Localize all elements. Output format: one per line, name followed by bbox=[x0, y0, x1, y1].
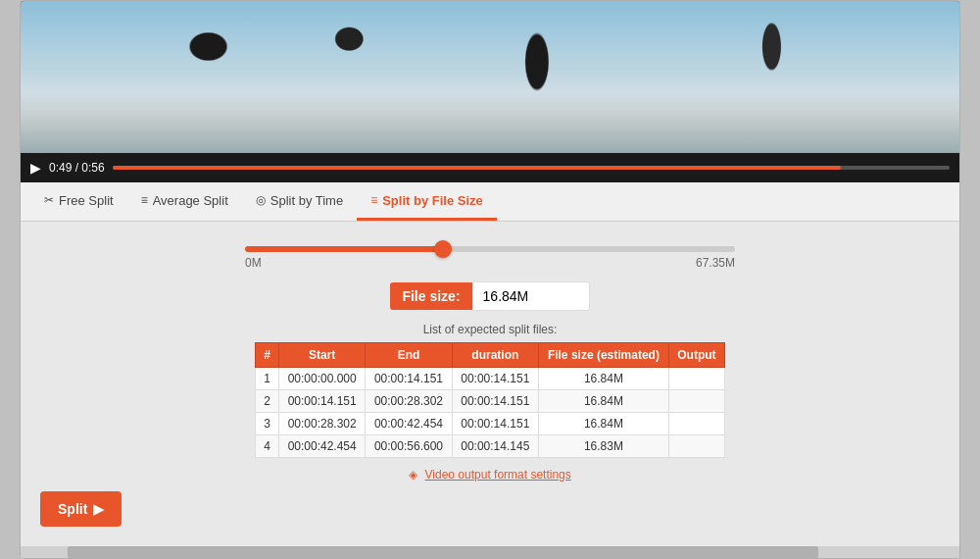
cell-num: 1 bbox=[256, 368, 279, 390]
table-row: 400:00:42.45400:00:56.60000:00:14.14516.… bbox=[256, 435, 725, 458]
slider-max-label: 67.35M bbox=[696, 256, 735, 270]
tab-free-split-label: Free Split bbox=[59, 193, 114, 208]
tab-split-by-time[interactable]: ◎ Split by Time bbox=[242, 182, 357, 221]
cell-start: 00:00:42.454 bbox=[279, 435, 366, 458]
table-row: 300:00:28.30200:00:42.45400:00:14.15116.… bbox=[256, 413, 725, 435]
progress-fill bbox=[113, 166, 841, 170]
table-row: 200:00:14.15100:00:28.30200:00:14.15116.… bbox=[256, 390, 725, 413]
cell-num: 2 bbox=[256, 390, 279, 413]
tab-split-by-size[interactable]: ≡ Split by File Size bbox=[357, 182, 497, 221]
cell-duration: 00:00:14.145 bbox=[452, 435, 538, 458]
cell-start: 00:00:14.151 bbox=[279, 390, 366, 413]
play-button[interactable]: ▶ bbox=[30, 160, 41, 176]
split-button[interactable]: Split ▶ bbox=[40, 491, 122, 527]
file-size-input[interactable] bbox=[472, 281, 590, 311]
col-header-filesize: File size (estimated) bbox=[538, 343, 668, 368]
video-preview bbox=[21, 1, 959, 153]
cell-duration: 00:00:14.151 bbox=[452, 368, 538, 390]
free-split-icon: ✂ bbox=[44, 193, 54, 207]
settings-icon: ◈ bbox=[409, 468, 417, 482]
size-slider[interactable] bbox=[245, 246, 735, 252]
settings-link-row: ◈ Video output format settings bbox=[40, 468, 940, 482]
split-by-size-icon: ≡ bbox=[370, 193, 377, 207]
table-header-row: # Start End duration File size (estimate… bbox=[256, 343, 725, 368]
tab-split-by-size-label: Split by File Size bbox=[382, 193, 483, 208]
cell-output bbox=[668, 368, 724, 390]
table-section: List of expected split files: # Start En… bbox=[255, 323, 725, 458]
cell-end: 00:00:56.600 bbox=[366, 435, 452, 458]
cell-output bbox=[668, 435, 724, 458]
slider-wrapper bbox=[245, 246, 735, 252]
cell-start: 00:00:00.000 bbox=[279, 368, 366, 390]
cell-start: 00:00:28.302 bbox=[279, 413, 366, 435]
settings-link[interactable]: Video output format settings bbox=[425, 468, 571, 482]
video-section: ▶ 0:49 / 0:56 bbox=[21, 1, 959, 182]
cell-file_size: 16.84M bbox=[538, 413, 668, 435]
table-body: 100:00:00.00000:00:14.15100:00:14.15116.… bbox=[256, 368, 725, 458]
file-size-label: File size: bbox=[390, 282, 471, 310]
cell-end: 00:00:28.302 bbox=[366, 390, 452, 413]
tab-average-split[interactable]: ≡ Average Split bbox=[127, 182, 242, 221]
split-button-icon: ▶ bbox=[93, 501, 104, 517]
col-header-duration: duration bbox=[452, 343, 538, 368]
video-controls: ▶ 0:49 / 0:56 bbox=[21, 153, 959, 182]
tabs-section: ✂ Free Split ≡ Average Split ◎ Split by … bbox=[21, 182, 959, 222]
cell-file_size: 16.84M bbox=[538, 368, 668, 390]
slider-section: 0M 67.35M bbox=[40, 246, 940, 270]
cell-file_size: 16.83M bbox=[538, 435, 668, 458]
col-header-end: End bbox=[366, 343, 452, 368]
cell-num: 3 bbox=[256, 413, 279, 435]
col-header-num: # bbox=[256, 343, 279, 368]
tab-average-split-label: Average Split bbox=[153, 193, 228, 208]
file-size-row: File size: bbox=[40, 281, 940, 311]
split-table: # Start End duration File size (estimate… bbox=[255, 342, 725, 458]
cell-end: 00:00:14.151 bbox=[366, 368, 452, 390]
progress-bar[interactable] bbox=[113, 166, 950, 170]
average-split-icon: ≡ bbox=[141, 193, 148, 207]
tab-free-split[interactable]: ✂ Free Split bbox=[30, 182, 127, 221]
cell-file_size: 16.84M bbox=[538, 390, 668, 413]
table-row: 100:00:00.00000:00:14.15100:00:14.15116.… bbox=[256, 368, 725, 390]
split-by-time-icon: ◎ bbox=[256, 193, 266, 207]
content-area: 0M 67.35M File size: List of expected sp… bbox=[21, 222, 959, 546]
cell-end: 00:00:42.454 bbox=[366, 413, 452, 435]
table-title: List of expected split files: bbox=[255, 323, 725, 336]
video-frame bbox=[21, 1, 959, 153]
main-container: ▶ 0:49 / 0:56 ✂ Free Split ≡ Average Spl… bbox=[20, 0, 960, 559]
col-header-output: Output bbox=[668, 343, 724, 368]
cell-duration: 00:00:14.151 bbox=[452, 413, 538, 435]
time-display: 0:49 / 0:56 bbox=[49, 161, 105, 175]
tab-split-by-time-label: Split by Time bbox=[270, 193, 343, 208]
cell-output bbox=[668, 390, 724, 413]
cell-duration: 00:00:14.151 bbox=[452, 390, 538, 413]
scrollbar-thumb bbox=[68, 546, 818, 558]
cell-output bbox=[668, 413, 724, 435]
split-button-label: Split bbox=[58, 501, 87, 517]
col-header-start: Start bbox=[279, 343, 366, 368]
slider-labels: 0M 67.35M bbox=[245, 256, 735, 270]
bottom-scrollbar[interactable] bbox=[21, 546, 959, 558]
slider-min-label: 0M bbox=[245, 256, 262, 270]
cell-num: 4 bbox=[256, 435, 279, 458]
